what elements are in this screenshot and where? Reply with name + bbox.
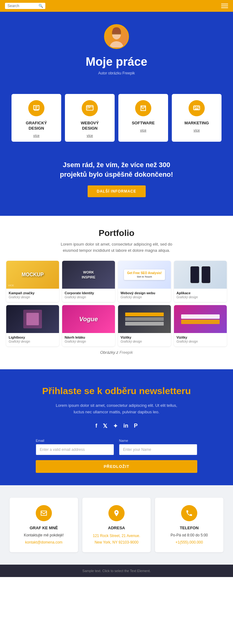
twitter-icon[interactable]: 𝕏 [103, 423, 107, 429]
portfolio-thumb-1: MOCKUP VICE [6, 261, 59, 289]
search-box[interactable]: 🔍 [5, 3, 45, 9]
portfolio-item-8[interactable]: Vizitky Grafický design [174, 305, 227, 346]
service-card-graficky: GRAFICKÝDESIGN více [11, 94, 61, 142]
contact-card-email: GRAF KE MNĚ Kontaktujte mě pokdejé! kont… [10, 498, 78, 552]
search-input[interactable] [7, 4, 39, 8]
portfolio-credit: Obrázky z Freepik [54, 349, 179, 356]
portfolio-name-5: Lightboxy [9, 335, 57, 339]
portfolio-cat-1: Grafický design [9, 295, 57, 299]
portfolio-title: Portfolio [6, 228, 227, 238]
portfolio-item-7[interactable]: Vizitky Grafický design [118, 305, 171, 346]
marketing-icon [189, 100, 205, 116]
portfolio-item-3[interactable]: Get Free SEO Analysis! Get in Touch Webo… [118, 261, 171, 302]
portfolio-item-1[interactable]: MOCKUP VICE Kampaň značky Grafický desig… [6, 261, 59, 302]
contact-card-address: ADRESA 121 Rock Street, 21 Avenue. New Y… [82, 498, 151, 552]
service-card-marketing: MARKETING více [172, 94, 222, 142]
social-icons: f 𝕏 ✦ in P [9, 423, 224, 429]
hero-section: Moje práce Autor obrázku Freepik [0, 12, 233, 91]
graphic-design-icon [28, 100, 44, 116]
service-title-software: SOFTWARE [121, 121, 165, 126]
portfolio-item-5[interactable]: Lightboxy Grafický design [6, 305, 59, 346]
contact-phone-hours: Po-Pá od 8:00 do 5:00 [159, 533, 219, 538]
linkedin-icon[interactable]: in [123, 423, 128, 429]
submit-button[interactable]: PŘEDLOŽIT [36, 460, 197, 473]
portfolio-item-2[interactable]: WORKINSPIRE Corporate Identity Grafický … [62, 261, 115, 302]
more-info-button[interactable]: DALŠÍ INFORMACE [88, 185, 146, 197]
email-group: Email [36, 439, 114, 455]
newsletter-section: Přihlaste se k odběru newsletteru Lorem … [0, 369, 233, 486]
search-icon: 🔍 [39, 4, 43, 8]
portfolio-grid: MOCKUP VICE Kampaň značky Grafický desig… [6, 261, 227, 346]
portfolio-cat-5: Grafický design [9, 340, 57, 343]
portfolio-thumb-7 [118, 305, 171, 333]
contact-title-email: GRAF KE MNĚ [14, 526, 74, 530]
portfolio-name-2: Corporate Identity [65, 291, 112, 295]
portfolio-cat-3: Grafický design [121, 295, 168, 299]
address-contact-icon [108, 505, 125, 521]
portfolio-cat-2: Grafický design [65, 295, 112, 299]
service-link-software[interactable]: více [121, 128, 165, 132]
stats-text: Jsem rád, že vím, že více než 300projekt… [6, 160, 227, 180]
service-title-graficky: GRAFICKÝDESIGN [15, 121, 58, 131]
portfolio-thumb-3: Get Free SEO Analysis! Get in Touch [118, 261, 171, 289]
portfolio-cat-4: Grafický design [176, 295, 224, 299]
service-title-webovy: WEBOVÝDESIGN [68, 121, 112, 131]
portfolio-cat-6: Grafický design [65, 340, 112, 343]
contact-card-phone: TELEFON Po-Pá od 8:00 do 5:00 +1(555).00… [155, 498, 223, 552]
stats-section: Jsem rád, že vím, že více než 300projekt… [0, 151, 233, 204]
service-title-marketing: MARKETING [175, 121, 218, 126]
menu-button[interactable] [221, 2, 228, 9]
header: 🔍 [0, 0, 233, 12]
service-link-webovy[interactable]: více [68, 134, 112, 137]
portfolio-thumb-2: WORKINSPIRE [62, 261, 115, 289]
phone-contact-icon [181, 505, 197, 521]
svg-point-1 [110, 41, 123, 47]
contact-address-line2[interactable]: New York, NY 92103-9000 [94, 540, 138, 544]
portfolio-thumb-8 [174, 305, 227, 333]
hero-title: Moje práce [6, 55, 227, 69]
portfolio-cat-8: Grafický design [176, 340, 224, 343]
contact-phone-link[interactable]: +1(555).000.000 [176, 540, 203, 544]
portfolio-item-4[interactable]: Aplikace Grafický design [174, 261, 227, 302]
freepik-credit-link[interactable]: Freepik [119, 350, 133, 355]
newsletter-title: Přihlaste se k odběru newsletteru [9, 385, 224, 397]
pinterest-icon[interactable]: P [134, 423, 138, 429]
portfolio-section: Portfolio Lorem ipsum dolor sit amet, co… [0, 216, 233, 369]
footer-text: Sample text. Click to select the Text El… [4, 569, 229, 573]
software-icon [135, 100, 151, 116]
portfolio-description: Lorem ipsum dolor sit amet, consectetur … [54, 241, 179, 253]
portfolio-thumb-4 [174, 261, 227, 289]
svg-text:UI: UI [89, 106, 91, 108]
contact-email-link[interactable]: kontakt@domena.com [25, 540, 62, 544]
portfolio-thumb-5 [6, 305, 59, 333]
email-contact-icon [36, 505, 52, 521]
portfolio-name-3: Webový design webu [121, 291, 168, 295]
services-section: GRAFICKÝDESIGN více UI WEBOVÝDESIGN více… [0, 91, 233, 151]
portfolio-item-6[interactable]: Vogue Návrh letáku Grafický design [62, 305, 115, 346]
freepik-link[interactable]: Freepik [122, 71, 135, 75]
avatar [104, 24, 129, 49]
service-card-webovy: UI WEBOVÝDESIGN více [65, 94, 115, 142]
contact-address-line1[interactable]: 121 Rock Street, 21 Avenue. [93, 534, 140, 538]
portfolio-name-6: Návrh letáku [65, 335, 112, 339]
email-input[interactable] [36, 444, 114, 455]
name-group: Name [119, 439, 197, 455]
facebook-icon[interactable]: f [95, 423, 97, 429]
web-design-icon: UI [82, 100, 98, 116]
name-label: Name [119, 439, 197, 442]
newsletter-description: Lorem ipsum dolor sit amet, consectetur … [51, 402, 182, 415]
service-link-graficky[interactable]: více [15, 134, 58, 137]
contact-title-phone: TELEFON [159, 526, 219, 530]
hero-subtitle: Autor obrázku Freepik [6, 71, 227, 75]
instagram-icon[interactable]: ✦ [113, 423, 118, 429]
portfolio-name-8: Vizitky [176, 335, 224, 339]
portfolio-cat-7: Grafický design [121, 340, 168, 343]
name-input[interactable] [119, 444, 197, 455]
email-label: Email [36, 439, 114, 442]
contact-section: GRAF KE MNĚ Kontaktujte mě pokdejé! kont… [0, 485, 233, 565]
contact-title-address: ADRESA [87, 526, 146, 530]
footer: Sample text. Click to select the Text El… [0, 565, 233, 577]
portfolio-thumb-6: Vogue [62, 305, 115, 333]
newsletter-form: Email Name [36, 439, 197, 455]
service-link-marketing[interactable]: více [175, 128, 218, 132]
